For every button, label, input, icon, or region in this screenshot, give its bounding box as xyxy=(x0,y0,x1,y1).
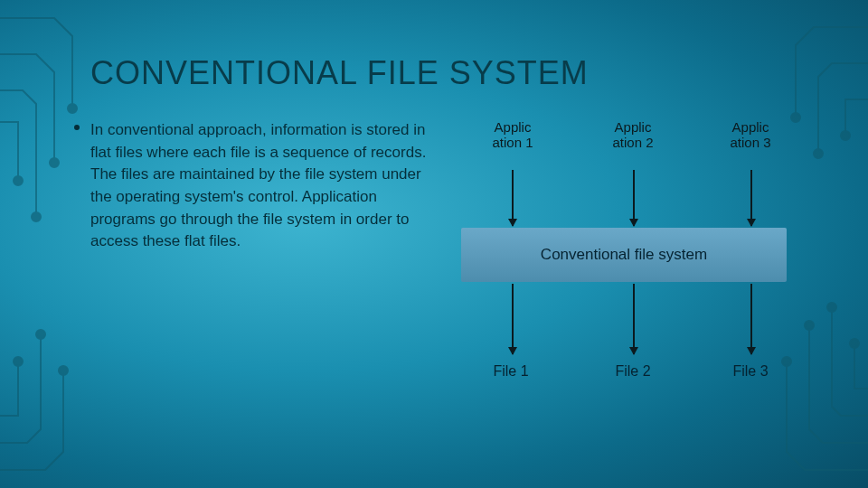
arrow-fs-to-file2 xyxy=(633,284,635,354)
arrow-fs-to-file1 xyxy=(512,284,514,354)
file-label-3: File 3 xyxy=(723,363,778,380)
application-box-1: Applic ation 1 xyxy=(481,119,544,150)
slide: CONVENTIONAL FILE SYSTEM In conventional… xyxy=(0,0,868,488)
arrow-app1-to-fs xyxy=(512,170,514,226)
content-columns: In conventional approach, information is… xyxy=(90,119,778,445)
arrow-app2-to-fs xyxy=(633,170,635,226)
file-system-box: Conventional file system xyxy=(461,228,787,282)
application-box-3: Applic ation 3 xyxy=(719,119,782,150)
bullet-text-block: In conventional approach, information is… xyxy=(90,119,434,445)
application-box-2: Applic ation 2 xyxy=(601,119,665,150)
arrow-fs-to-file3 xyxy=(750,284,752,354)
slide-title: CONVENTIONAL FILE SYSTEM xyxy=(90,54,778,92)
file-label-2: File 2 xyxy=(606,363,660,380)
bullet-icon xyxy=(74,125,80,130)
arrow-app3-to-fs xyxy=(750,170,752,226)
file-label-1: File 1 xyxy=(484,363,538,380)
bullet-text: In conventional approach, information is… xyxy=(90,121,426,249)
diagram: Applic ation 1 Applic ation 2 Applic ati… xyxy=(461,119,778,445)
